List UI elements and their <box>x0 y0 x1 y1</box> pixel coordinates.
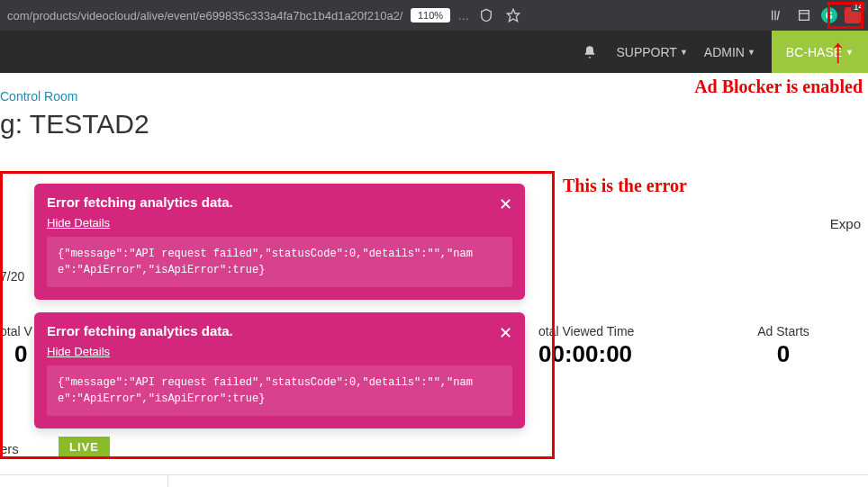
annotation-adblocker-text: Ad Blocker is enabled <box>694 77 863 97</box>
error-toast: ✕ Error fetching analytics data. Hide De… <box>34 184 525 300</box>
metric-ad-starts: Ad Starts 0 <box>720 324 846 368</box>
hide-details-link[interactable]: Hide Details <box>47 216 110 230</box>
metric-value: 0 <box>720 340 846 368</box>
svg-rect-3 <box>777 11 781 21</box>
metric-label: otal V <box>0 324 32 338</box>
zoom-badge[interactable]: 110% <box>411 8 450 23</box>
error-toast: ✕ Error fetching analytics data. Hide De… <box>34 312 525 428</box>
divider <box>167 474 168 487</box>
export-link[interactable]: Expo <box>830 216 861 231</box>
annotation-error-text: This is the error <box>563 176 687 196</box>
metric-label: Ad Starts <box>720 324 846 338</box>
browser-address-bar: com/products/videocloud/alive/event/e699… <box>0 0 868 31</box>
page-title: g: TESTAD2 <box>0 109 868 149</box>
metric-label: otal Viewed Time <box>538 324 634 338</box>
svg-rect-4 <box>800 11 809 21</box>
window-icon[interactable] <box>794 5 814 25</box>
metric-viewed-time: otal Viewed Time 00:00:00 <box>538 324 634 368</box>
nav-support-label: SUPPORT <box>616 45 676 59</box>
metric-value: 00:00:00 <box>538 340 634 368</box>
toast-body: {"message":"API request failed","statusC… <box>47 365 512 416</box>
top-navigation: SUPPORT ▼ ADMIN ▼ BC-HASE ▼ <box>0 31 868 73</box>
close-icon[interactable]: ✕ <box>499 194 512 214</box>
toast-container: ✕ Error fetching analytics data. Hide De… <box>34 184 525 441</box>
nav-support[interactable]: SUPPORT ▼ <box>616 45 687 59</box>
hide-details-link[interactable]: Hide Details <box>47 345 110 358</box>
annotation-arrow-up-icon: ↑ <box>829 32 846 70</box>
url-ellipsis: … <box>457 9 469 23</box>
user-menu[interactable]: BC-HASE ▼ <box>772 31 868 73</box>
metric-total-views: otal V 0 <box>0 324 32 368</box>
divider <box>0 474 868 475</box>
nav-admin-label: ADMIN <box>704 45 745 59</box>
bell-icon[interactable] <box>580 42 600 62</box>
svg-rect-1 <box>772 11 773 21</box>
star-icon[interactable] <box>503 5 523 25</box>
shield-icon[interactable] <box>476 5 496 25</box>
chevron-down-icon: ▼ <box>747 48 755 57</box>
library-icon[interactable] <box>767 5 787 25</box>
toast-title: Error fetching analytics data. <box>47 194 512 210</box>
chevron-down-icon: ▼ <box>845 48 854 57</box>
svg-marker-0 <box>507 9 519 21</box>
svg-rect-2 <box>774 11 775 21</box>
url-text: com/products/videocloud/alive/event/e699… <box>7 9 403 23</box>
viewers-fragment: ers <box>0 441 19 456</box>
annotation-highlight-extension <box>827 2 863 29</box>
metric-value: 0 <box>0 340 32 368</box>
toast-body: {"message":"API request failed","statusC… <box>47 237 512 287</box>
toast-title: Error fetching analytics data. <box>47 323 512 338</box>
nav-admin[interactable]: ADMIN ▼ <box>704 45 755 59</box>
close-icon[interactable]: ✕ <box>499 323 512 343</box>
date-fragment: 7/20 <box>0 269 24 284</box>
chevron-down-icon: ▼ <box>680 48 688 57</box>
